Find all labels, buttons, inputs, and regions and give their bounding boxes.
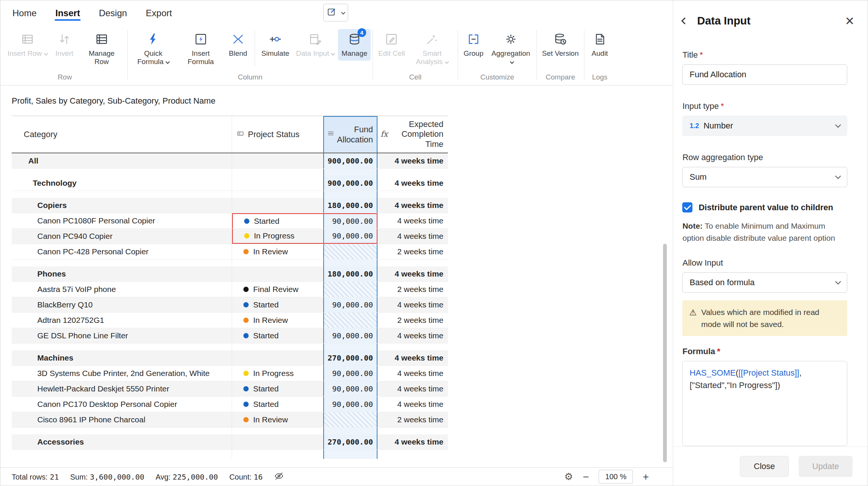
category-cell[interactable]: Copiers — [12, 198, 232, 213]
table-row-aastra-57i-voip-phone[interactable]: Aastra 57i VoIP phoneFinal Review2 weeks… — [12, 282, 448, 297]
category-cell[interactable]: Technology — [12, 176, 232, 191]
status-cell[interactable]: Started — [232, 297, 323, 312]
fund-allocation-cell[interactable]: 180,000.00 — [323, 198, 377, 213]
category-cell[interactable]: 3D Systems Cube Printer, 2nd Generation,… — [12, 366, 232, 381]
back-icon[interactable] — [682, 17, 688, 24]
table-row-cisco-8961-ip-phone-charcoal[interactable]: Cisco 8961 IP Phone CharcoalIn Review2 w… — [12, 412, 448, 428]
category-cell[interactable]: Adtran 1202752G1 — [12, 313, 232, 328]
status-cell[interactable]: In Review — [232, 412, 323, 427]
ribbon-button-manage-row[interactable]: Manage Row — [78, 29, 125, 69]
ribbon-button-quick-formula[interactable]: Quick Formula — [130, 29, 177, 69]
table-row-adtran-1202752g1[interactable]: Adtran 1202752G1In Review2 weeks time — [12, 313, 448, 328]
status-cell[interactable] — [232, 434, 323, 449]
tab-home[interactable]: Home — [12, 3, 37, 22]
edit-tool-button[interactable] — [323, 4, 348, 21]
status-cell[interactable] — [232, 266, 323, 281]
completion-time-cell[interactable]: 4 weeks time — [377, 176, 448, 191]
status-cell[interactable] — [232, 153, 323, 168]
category-cell[interactable]: Canon PC170 Desktop Personal Copier — [12, 397, 232, 412]
fund-allocation-cell[interactable]: 90,000.00 — [323, 297, 377, 312]
ribbon-button-blend[interactable]: Blend — [225, 29, 252, 61]
ribbon-button-aggregation[interactable]: Aggregation — [487, 29, 535, 69]
status-cell[interactable]: In Progress — [232, 366, 323, 381]
category-cell[interactable]: Machines — [12, 350, 232, 365]
zoom-in-button[interactable]: + — [643, 472, 649, 482]
tab-export[interactable]: Export — [145, 3, 173, 22]
status-cell[interactable] — [232, 350, 323, 365]
completion-time-cell[interactable]: 4 weeks time — [377, 350, 448, 365]
category-cell[interactable]: Hewlett-Packard Deskjet 5550 Printer — [12, 381, 232, 396]
completion-time-cell[interactable]: 2 weeks time — [377, 244, 448, 259]
vertical-scrollbar[interactable] — [663, 244, 667, 462]
table-row-accessories[interactable]: Accessories270,000.004 weeks time — [12, 434, 448, 450]
category-cell[interactable]: Accessories — [12, 434, 232, 449]
status-cell[interactable]: Started — [232, 381, 323, 396]
table-row-phones[interactable]: Phones180,000.004 weeks time — [12, 266, 448, 282]
column-header-project-status[interactable]: Project Status — [232, 116, 323, 153]
category-cell[interactable]: GE DSL Phone Line Filter — [12, 328, 232, 343]
close-button[interactable]: Close — [740, 456, 789, 477]
column-header-category[interactable]: Category — [12, 116, 232, 153]
table-row-hewlett-packard-deskjet-5550-printer[interactable]: Hewlett-Packard Deskjet 5550 PrinterStar… — [12, 381, 448, 397]
category-cell[interactable]: BlackBerry Q10 — [12, 297, 232, 312]
ribbon-button-insert-formula[interactable]: Insert Formula — [177, 29, 225, 69]
table-row-machines[interactable]: Machines270,000.004 weeks time — [12, 350, 448, 366]
gear-icon[interactable]: ⚙ — [564, 471, 573, 483]
table-row-canon-pc940-copier[interactable]: Canon PC940 CopierIn Progress90,000.004 … — [12, 229, 448, 244]
category-cell[interactable]: Canon PC940 Copier — [12, 229, 232, 244]
hide-stats-icon[interactable] — [274, 471, 284, 483]
tab-insert[interactable]: Insert — [55, 3, 81, 22]
ribbon-button-group[interactable]: Group — [460, 29, 487, 61]
category-cell[interactable]: Cisco 8961 IP Phone Charcoal — [12, 412, 232, 427]
ribbon-button-audit[interactable]: Audit — [586, 29, 613, 61]
fund-allocation-cell[interactable]: 90,000.00 — [323, 213, 377, 228]
fund-allocation-cell[interactable]: 90,000.00 — [323, 229, 377, 244]
completion-time-cell[interactable]: 2 weeks time — [377, 282, 448, 297]
table-row-canon-pc-428-personal-copier[interactable]: Canon PC-428 Personal CopierIn Review2 w… — [12, 244, 448, 260]
fund-allocation-cell[interactable] — [323, 244, 377, 259]
status-cell[interactable]: Final Review — [232, 282, 323, 297]
formula-editor[interactable]: HAS_SOME([[Project Status]],["Started","… — [682, 361, 847, 446]
table-row-ge-dsl-phone-line-filter[interactable]: GE DSL Phone Line FilterStarted90,000.00… — [12, 328, 448, 344]
category-cell[interactable]: Phones — [12, 266, 232, 281]
row-aggregation-select[interactable]: Sum — [682, 167, 847, 187]
distribute-checkbox[interactable] — [682, 202, 692, 212]
fund-allocation-cell[interactable]: 270,000.00 — [323, 434, 377, 449]
zoom-level[interactable]: 100 % — [599, 470, 633, 484]
ribbon-button-manage[interactable]: 4Manage — [338, 29, 371, 61]
fund-allocation-cell[interactable] — [323, 313, 377, 328]
status-cell[interactable]: Started — [232, 328, 323, 343]
fund-allocation-cell[interactable]: 900,000.00 — [323, 153, 377, 168]
column-header-expected-completion-time[interactable]: fx Expected Completion Time — [377, 116, 448, 153]
fund-allocation-cell[interactable]: 180,000.00 — [323, 266, 377, 281]
category-cell[interactable]: Canon PC-428 Personal Copier — [12, 244, 232, 259]
status-cell[interactable] — [232, 176, 323, 191]
category-cell[interactable]: Canon PC1080F Personal Copier — [12, 213, 232, 228]
fund-allocation-cell[interactable]: 90,000.00 — [323, 328, 377, 343]
fund-allocation-cell[interactable]: 90,000.00 — [323, 397, 377, 412]
status-cell[interactable]: Started — [232, 397, 323, 412]
fund-allocation-cell[interactable]: 270,000.00 — [323, 350, 377, 365]
ribbon-button-simulate[interactable]: Simulate — [258, 29, 293, 61]
column-header-fund-allocation[interactable]: Fund Allocation — [323, 116, 377, 153]
category-cell[interactable]: Aastra 57i VoIP phone — [12, 282, 232, 297]
completion-time-cell[interactable]: 4 weeks time — [377, 434, 448, 449]
ribbon-button-set-version[interactable]: Set Version — [539, 29, 582, 61]
fund-allocation-cell[interactable] — [323, 282, 377, 297]
completion-time-cell[interactable]: 4 weeks time — [377, 229, 448, 244]
status-cell[interactable] — [232, 198, 323, 213]
allow-input-select[interactable]: Based on formula — [682, 272, 847, 293]
table-row-copiers[interactable]: Copiers180,000.004 weeks time — [12, 198, 448, 213]
title-input[interactable] — [682, 64, 847, 85]
table-row-canon-pc1080f-personal-copier[interactable]: Canon PC1080F Personal CopierStarted90,0… — [12, 213, 448, 229]
completion-time-cell[interactable]: 4 weeks time — [377, 328, 448, 343]
status-cell[interactable]: In Review — [232, 313, 323, 328]
table-row-blackberry-q10[interactable]: BlackBerry Q10Started90,000.004 weeks ti… — [12, 297, 448, 313]
fund-allocation-cell[interactable]: 90,000.00 — [323, 366, 377, 381]
table-row-technology[interactable]: Technology900,000.004 weeks time — [12, 176, 448, 191]
status-cell[interactable]: In Review — [232, 244, 323, 259]
table-row-3d-systems-cube-printer-2nd-generation-white[interactable]: 3D Systems Cube Printer, 2nd Generation,… — [12, 366, 448, 381]
category-cell[interactable]: All — [12, 153, 232, 168]
fund-allocation-cell[interactable]: 90,000.00 — [323, 381, 377, 396]
completion-time-cell[interactable]: 4 weeks time — [377, 381, 448, 396]
